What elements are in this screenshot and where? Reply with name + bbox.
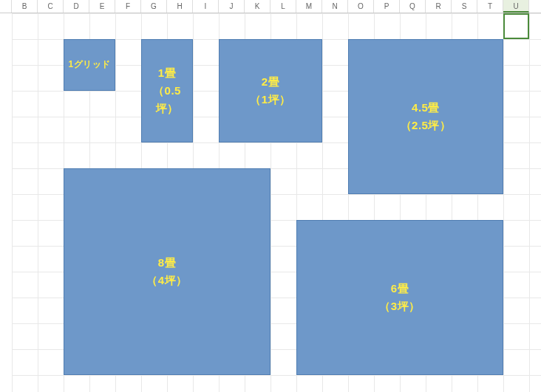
box-label: 1畳 — [158, 64, 176, 82]
box-2jo: 2畳 （1坪） — [219, 39, 322, 142]
box-sublabel: （3坪） — [379, 298, 420, 315]
col-header-S[interactable]: S — [452, 0, 477, 13]
box-label: 8畳 — [158, 254, 176, 272]
col-header-K[interactable]: K — [245, 0, 270, 13]
box-sublabel: （0.5坪） — [142, 82, 192, 117]
col-header-I[interactable]: I — [193, 0, 219, 13]
box-label: 4.5畳 — [412, 99, 440, 117]
col-header-D[interactable]: D — [64, 0, 89, 13]
col-header-T[interactable]: T — [477, 0, 503, 13]
col-header-U[interactable]: U — [503, 0, 529, 13]
box-sublabel: （1坪） — [250, 91, 290, 109]
box-sublabel: （2.5坪） — [401, 117, 452, 134]
col-header-H[interactable]: H — [167, 0, 193, 13]
col-header-R[interactable]: R — [426, 0, 452, 13]
column-header-row: BCDEFGHIJKLMNOPQRSTU — [0, 0, 541, 13]
box-8jo: 8畳 （4坪） — [64, 168, 270, 375]
spreadsheet-canvas: BCDEFGHIJKLMNOPQRSTU 1グリッド 1畳 （0.5坪） 2畳 … — [0, 0, 541, 392]
col-header-Q[interactable]: Q — [400, 0, 426, 13]
grid-area[interactable]: 1グリッド 1畳 （0.5坪） 2畳 （1坪） 4.5畳 （2.5坪） 8畳 （… — [12, 13, 541, 392]
box-4-5jo: 4.5畳 （2.5坪） — [348, 39, 503, 194]
col-header-E[interactable]: E — [89, 0, 115, 13]
col-header-C[interactable]: C — [38, 0, 64, 13]
corner-cell — [0, 0, 12, 13]
col-header-M[interactable]: M — [296, 0, 322, 13]
box-sublabel: （4坪） — [146, 272, 187, 289]
box-label: 6畳 — [391, 280, 409, 298]
col-header-P[interactable]: P — [374, 0, 400, 13]
box-6jo: 6畳 （3坪） — [296, 220, 503, 375]
col-header-J[interactable]: J — [219, 0, 245, 13]
box-1jo: 1畳 （0.5坪） — [141, 39, 193, 142]
box-label: 2畳 — [262, 73, 279, 91]
col-header-G[interactable]: G — [141, 0, 167, 13]
col-header-L[interactable]: L — [270, 0, 296, 13]
box-label: 1グリッド — [68, 58, 110, 72]
col-header-N[interactable]: N — [322, 0, 348, 13]
col-header-O[interactable]: O — [348, 0, 374, 13]
col-header-B[interactable]: B — [12, 0, 38, 13]
box-1grid: 1グリッド — [64, 39, 115, 91]
col-header-F[interactable]: F — [115, 0, 141, 13]
